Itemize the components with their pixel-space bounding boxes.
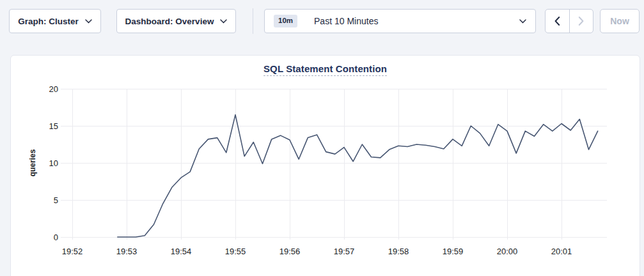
y-axis-label: queries [28,149,37,176]
chevron-down-icon [85,19,92,24]
x-tick-label: 19:55 [225,247,246,256]
x-tick-label: 19:59 [443,247,464,256]
chart-title-row: SQL Statement Contention [11,56,640,76]
chevron-down-icon [220,19,227,24]
x-tick-label: 20:00 [497,247,518,256]
time-nav-group [545,9,593,33]
now-button[interactable]: Now [600,9,640,33]
chevron-left-icon [554,17,560,26]
chevron-down-icon [519,19,526,24]
toolbar-divider [253,8,253,34]
time-window-badge: 10m [274,15,297,27]
y-tick-label: 15 [49,121,58,131]
chart-card: SQL Statement Contention 0510152019:5219… [10,55,640,276]
graph-dropdown-label: Graph: Cluster [18,17,79,26]
chevron-right-icon [578,17,584,26]
chart-plot[interactable]: 0510152019:5219:5319:5419:5519:5619:5719… [11,79,641,276]
x-tick-label: 19:56 [279,247,301,256]
x-tick-label: 19:54 [171,247,192,256]
x-tick-label: 19:57 [334,247,355,256]
time-range-dropdown[interactable]: 10m Past 10 Minutes [264,9,536,33]
x-tick-label: 20:01 [551,247,572,256]
dashboard-dropdown[interactable]: Dashboard: Overview [116,9,236,33]
y-tick-label: 5 [54,195,58,205]
x-tick-label: 19:53 [116,247,137,256]
dashboard-dropdown-label: Dashboard: Overview [125,17,214,26]
prev-time-button[interactable] [546,10,570,33]
now-button-label: Now [610,16,629,26]
series-line [118,115,598,237]
y-tick-label: 0 [54,233,58,242]
chart-title[interactable]: SQL Statement Contention [263,63,387,76]
time-range-label: Past 10 Minutes [314,16,378,26]
graph-dropdown[interactable]: Graph: Cluster [9,9,101,33]
y-tick-label: 20 [49,84,58,94]
x-tick-label: 19:52 [62,247,83,256]
y-tick-label: 10 [49,158,58,168]
x-tick-label: 19:58 [388,247,409,256]
next-time-button[interactable] [570,10,593,33]
